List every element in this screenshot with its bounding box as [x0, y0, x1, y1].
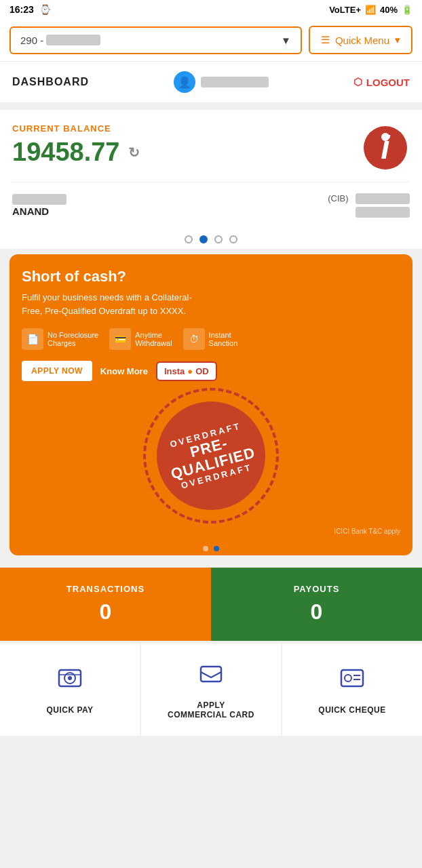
- logout-label: LOGOUT: [366, 77, 410, 88]
- account-details: ANAND (CIB): [12, 182, 410, 218]
- balance-card: CURRENT BALANCE 19458.77 ↻ i ANAND (CIB): [0, 110, 422, 226]
- feature-no-foreclosure: 📄 No ForeclosureCharges: [22, 328, 98, 350]
- know-more-button[interactable]: Know More: [100, 366, 148, 376]
- quick-pay-svg: [56, 665, 83, 692]
- banner-actions: APPLY NOW Know More Insta ● OD: [22, 361, 400, 381]
- avatar: 👤: [174, 71, 195, 93]
- signal-icon: 📶: [365, 5, 376, 15]
- banner-section: Short of cash? Fulfil your business need…: [0, 249, 422, 565]
- logout-button[interactable]: ⬡ LOGOUT: [353, 76, 410, 88]
- stamp-outer: OVERDRAFT PRE-QUALIFIED OVERDRAFT: [128, 373, 294, 539]
- balance-value: 19458.77: [12, 138, 120, 167]
- balance-amount: 19458.77 ↻: [12, 138, 140, 167]
- top-nav: 290 - ▼ ☰ Quick Menu ▾: [0, 19, 422, 62]
- cib-masked: [356, 193, 410, 204]
- battery-icon: 🔋: [402, 5, 413, 15]
- quick-cheque-svg: [339, 665, 366, 692]
- quick-pay-label: QUICK PAY: [46, 705, 93, 715]
- account-number-prefix: 290 -: [20, 35, 43, 46]
- anytime-withdrawal-label: AnytimeWithdrawal: [135, 331, 172, 347]
- apply-commercial-svg: [197, 660, 225, 687]
- apply-commercial-card[interactable]: APPLYCOMMERCIAL CARD: [141, 644, 281, 736]
- time-display: 16:23: [9, 4, 34, 15]
- instant-sanction-icon: ⏱: [183, 328, 205, 350]
- quick-cheque-label: QUICK CHEQUE: [318, 705, 385, 715]
- payouts-card[interactable]: PAYOUTS 0: [211, 568, 422, 641]
- svg-point-3: [381, 133, 389, 141]
- dot-4[interactable]: [229, 235, 237, 243]
- feature-anytime-withdrawal: 💳 AnytimeWithdrawal: [109, 328, 172, 350]
- apply-now-button[interactable]: APPLY NOW: [22, 361, 92, 381]
- banner-description: Fulfil your business needs with a Collat…: [22, 291, 212, 317]
- insta-od-dot: ●: [187, 366, 193, 376]
- dashboard-title: DASHBOARD: [12, 76, 89, 88]
- quick-pay-icon: [56, 665, 83, 697]
- no-foreclosure-icon: 📄: [22, 328, 43, 350]
- payouts-value: 0: [311, 599, 323, 625]
- icici-logo-svg: i: [361, 123, 410, 172]
- banner-features: 📄 No ForeclosureCharges 💳 AnytimeWithdra…: [22, 328, 400, 350]
- transactions-label: TRANSACTIONS: [66, 584, 145, 594]
- icici-logo: i: [361, 123, 410, 172]
- dot-2[interactable]: [199, 235, 208, 243]
- network-label: VoLTE+: [329, 5, 361, 15]
- svg-point-10: [345, 675, 351, 682]
- anytime-withdrawal-icon: 💳: [109, 328, 131, 350]
- refresh-icon[interactable]: ↻: [128, 144, 140, 161]
- banner-dots: [22, 539, 400, 555]
- quick-actions: QUICK PAY APPLYCOMMERCIAL CARD QUICK CHE…: [0, 644, 422, 736]
- dot-3[interactable]: [214, 235, 223, 243]
- avatar-icon: 👤: [178, 76, 191, 89]
- branch-masked: [356, 207, 410, 218]
- account-name: ANAND: [12, 205, 66, 217]
- apply-commercial-icon: [197, 660, 225, 692]
- status-left: 16:23 ⌚: [9, 4, 51, 15]
- banner-dot-1[interactable]: [203, 546, 208, 551]
- dropdown-arrow-icon: ▼: [281, 35, 291, 46]
- banner-card: Short of cash? Fulfil your business need…: [9, 254, 413, 555]
- account-number-masked: [46, 35, 100, 45]
- battery-label: 40%: [380, 5, 398, 15]
- banner-title: Short of cash?: [22, 268, 400, 285]
- insta-od-label: Insta: [164, 366, 185, 376]
- quick-cheque-card[interactable]: QUICK CHEQUE: [282, 644, 422, 736]
- username-masked: [201, 77, 269, 87]
- dashboard-header: DASHBOARD 👤 ⬡ LOGOUT: [0, 62, 422, 103]
- dot-1[interactable]: [185, 235, 193, 243]
- no-foreclosure-label: No ForeclosureCharges: [47, 331, 98, 347]
- feature-instant-sanction: ⏱ InstantSanction: [183, 328, 238, 350]
- quick-cheque-icon: [339, 665, 366, 697]
- status-right: VoLTE+ 📶 40% 🔋: [329, 5, 413, 15]
- quick-menu-label: Quick Menu: [335, 35, 389, 46]
- stats-row: TRANSACTIONS 0 PAYOUTS 0: [0, 568, 422, 641]
- whatsapp-icon: ⌚: [39, 4, 51, 15]
- transactions-card[interactable]: TRANSACTIONS 0: [0, 568, 211, 641]
- insta-od-suffix: OD: [195, 366, 209, 376]
- user-info: 👤: [174, 71, 269, 93]
- stamp-area: OVERDRAFT PRE-QUALIFIED OVERDRAFT: [22, 388, 400, 524]
- status-bar: 16:23 ⌚ VoLTE+ 📶 40% 🔋: [0, 0, 422, 19]
- account-selector[interactable]: 290 - ▼: [9, 26, 302, 54]
- transactions-value: 0: [100, 599, 112, 625]
- hamburger-icon: ☰: [321, 34, 330, 46]
- instant-sanction-label: InstantSanction: [209, 331, 238, 347]
- svg-point-6: [68, 676, 72, 680]
- stamp-inner: OVERDRAFT PRE-QUALIFIED OVERDRAFT: [145, 389, 277, 522]
- insta-od-badge: Insta ● OD: [156, 361, 217, 381]
- account-num-blurred: [12, 194, 66, 205]
- payouts-label: PAYOUTS: [294, 584, 340, 594]
- chevron-down-icon: ▾: [395, 34, 400, 46]
- cib-label: (CIB): [328, 193, 348, 203]
- quick-pay-card[interactable]: QUICK PAY: [0, 644, 140, 736]
- banner-footer: ICICI Bank T&C apply: [22, 524, 400, 539]
- logout-icon: ⬡: [353, 76, 362, 88]
- apply-commercial-label: APPLYCOMMERCIAL CARD: [168, 701, 254, 719]
- banner-dot-2[interactable]: [214, 546, 219, 551]
- dots-navigation: [0, 226, 422, 249]
- balance-label: CURRENT BALANCE: [12, 123, 140, 134]
- quick-menu-button[interactable]: ☰ Quick Menu ▾: [309, 26, 413, 54]
